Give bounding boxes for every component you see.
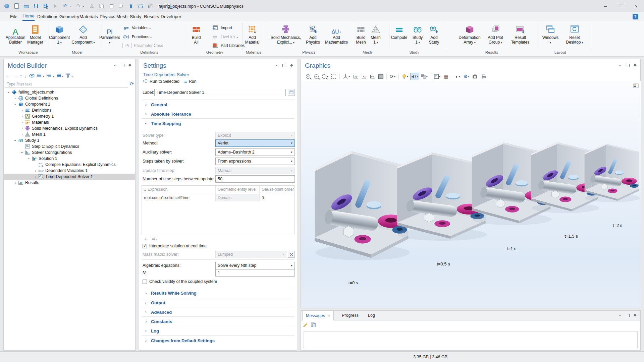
close-tab-icon[interactable]: × xyxy=(328,313,330,318)
tree-item-materials[interactable]: Materials xyxy=(4,119,135,125)
go-to-yz-view-icon[interactable]: yz xyxy=(369,73,376,80)
steps-taken-by-solver-select[interactable]: From expressions xyxy=(215,158,295,165)
float-panel-icon[interactable] xyxy=(626,313,630,317)
chevron-down-icon[interactable] xyxy=(13,102,17,106)
component-1-button[interactable]: Component1 xyxy=(47,22,71,45)
save-as-button[interactable] xyxy=(42,3,49,9)
delete-row-button[interactable] xyxy=(152,236,157,242)
chevron-right-icon[interactable] xyxy=(20,108,24,112)
label-decoration-button[interactable] xyxy=(288,89,295,96)
save-button[interactable] xyxy=(33,3,39,9)
add-mathematics-button[interactable]: ΔU↓ AddMathematics xyxy=(323,22,350,45)
chevron-right-icon[interactable] xyxy=(20,126,24,130)
menu-results[interactable]: Results xyxy=(144,12,159,21)
go-to-default-view-icon[interactable]: ▾ xyxy=(342,73,351,80)
mesh-1-button[interactable]: Mesh1 xyxy=(369,22,383,45)
chevron-down-icon[interactable] xyxy=(13,138,17,142)
table-row[interactable]: root.comp1.solid.cellTime Domain 0 xyxy=(142,194,294,201)
solver-type-select[interactable]: Explicit xyxy=(215,132,295,139)
application-builder-button[interactable]: A ApplicationBuilder xyxy=(4,22,27,45)
model-tree-nodes-icon[interactable] xyxy=(56,73,61,79)
add-physics-button[interactable]: AddPhysics xyxy=(304,22,322,45)
chevron-down-icon[interactable] xyxy=(20,150,24,155)
tree-item-results[interactable]: Results xyxy=(4,180,135,186)
section-absolute-tolerance[interactable]: Absolute Tolerance xyxy=(142,109,294,119)
redo-dropdown[interactable]: ▾ xyxy=(83,5,86,8)
panel-menu-icon[interactable]: › xyxy=(618,313,622,317)
pin-panel-icon[interactable] xyxy=(633,63,637,67)
chevron-right-icon[interactable] xyxy=(20,114,24,118)
paste-button[interactable] xyxy=(108,3,115,9)
interpolate-solution-checkbox[interactable]: Interpolate solution at end time xyxy=(143,243,207,249)
panel-menu-icon[interactable]: › xyxy=(113,63,117,67)
clipping-icon[interactable]: ▾ xyxy=(433,73,441,80)
play-button[interactable] xyxy=(52,3,59,9)
zoom-out-icon[interactable]: − xyxy=(313,73,320,80)
float-panel-icon[interactable] xyxy=(626,63,630,67)
chevron-down-icon[interactable] xyxy=(27,157,31,161)
help-icon[interactable]: ? xyxy=(633,14,638,19)
section-time-stepping[interactable]: Time Stepping xyxy=(142,118,294,128)
menu-file[interactable]: File xyxy=(10,12,17,21)
pin-panel-icon[interactable] xyxy=(289,63,293,67)
tab-progress[interactable]: Progress xyxy=(338,311,362,320)
tree-item-geometry-1[interactable]: Geometry 1 xyxy=(4,113,135,119)
build-all-button[interactable]: BuildAll xyxy=(189,22,204,45)
run-to-selected-icon[interactable] xyxy=(143,79,148,84)
chevron-right-icon[interactable] xyxy=(20,132,24,136)
tree-item-study-1[interactable]: Study 1 xyxy=(4,137,135,143)
method-select[interactable]: Verlet xyxy=(215,139,295,147)
section-constants[interactable]: Constants xyxy=(142,316,294,326)
menu-study[interactable]: Study xyxy=(130,12,142,21)
menu-developer[interactable]: Developer xyxy=(161,12,181,21)
refresh-icon[interactable]: ⟳ xyxy=(130,81,134,86)
menu-home[interactable]: Home xyxy=(22,12,35,21)
chevron-right-icon[interactable] xyxy=(13,181,17,185)
move-down-icon[interactable]: ↓ xyxy=(24,73,27,79)
algebraic-equations-select[interactable]: Solve every Nth step xyxy=(215,262,295,269)
tree-item-compile-equations[interactable]: Compile Equations: Explicit Dynamics xyxy=(4,162,135,168)
move-up-icon[interactable]: ↑ xyxy=(20,73,22,79)
section-general[interactable]: General xyxy=(142,100,294,109)
deformation-array-button[interactable]: DeformationArray xyxy=(455,22,484,45)
copy-button[interactable] xyxy=(98,3,105,9)
scene-light-icon[interactable]: ▾ xyxy=(401,73,409,80)
tree-item-global-definitions[interactable]: Global Definitions xyxy=(4,95,135,101)
add-material-button[interactable]: AddMaterial xyxy=(243,22,262,45)
model-tree-nodes-dropdown[interactable]: ▾ xyxy=(62,75,63,78)
image-snapshot-icon[interactable] xyxy=(471,73,479,80)
section-changes-from-default[interactable]: Changes from Default Settings xyxy=(142,335,294,346)
copy-messages-icon[interactable] xyxy=(311,322,316,328)
run-button[interactable]: Run xyxy=(189,79,197,84)
menu-mesh[interactable]: Mesh xyxy=(116,12,127,21)
tab-log[interactable]: Log xyxy=(365,311,378,320)
panel-menu-icon[interactable]: › xyxy=(275,63,279,67)
check-validity-checkbox[interactable]: Check validity of the coupled system xyxy=(143,279,217,285)
expand-all-icon[interactable] xyxy=(37,73,42,79)
tab-messages[interactable]: Messages× xyxy=(302,311,334,320)
collapse-all-dropdown[interactable]: ▾ xyxy=(53,75,54,78)
open-file-button[interactable] xyxy=(23,3,30,9)
compute-button[interactable]: Compute xyxy=(390,22,409,40)
pin-panel-icon[interactable] xyxy=(633,313,637,317)
livelink-button[interactable]: ⇄ LiveLink xyxy=(211,34,238,40)
section-advanced[interactable]: Advanced xyxy=(142,307,294,317)
maximize-button[interactable] xyxy=(613,0,629,12)
sound-icon[interactable]: ▾ xyxy=(410,73,419,80)
add-study-button[interactable]: AddStudy xyxy=(427,22,441,45)
tree-item-mesh-1[interactable]: Mesh 1 xyxy=(4,131,135,137)
solid-mechanics-button[interactable]: Solid Mechanics,Explici... xyxy=(268,22,303,45)
pin-panel-icon[interactable] xyxy=(128,63,132,67)
section-log[interactable]: Log xyxy=(142,326,294,336)
tree-filter-input[interactable] xyxy=(5,81,128,87)
tree-item-root[interactable]: falling_objects.mph xyxy=(4,89,135,95)
go-to-xz-view-icon[interactable]: xz xyxy=(360,73,368,80)
deselect-box-button[interactable] xyxy=(147,3,154,9)
delete-button[interactable] xyxy=(127,3,134,9)
mass-matrix-settings-button[interactable] xyxy=(288,251,295,258)
auxiliary-solver-select[interactable]: Adams–Bashforth 2 xyxy=(215,148,295,156)
tree-item-solver-configurations[interactable]: Solver Configurations xyxy=(4,149,135,156)
run-to-selected-button[interactable]: Run to Selected xyxy=(150,79,179,84)
add-component-button[interactable]: AddComponent xyxy=(69,22,98,45)
import-button[interactable]: Import xyxy=(211,25,232,31)
